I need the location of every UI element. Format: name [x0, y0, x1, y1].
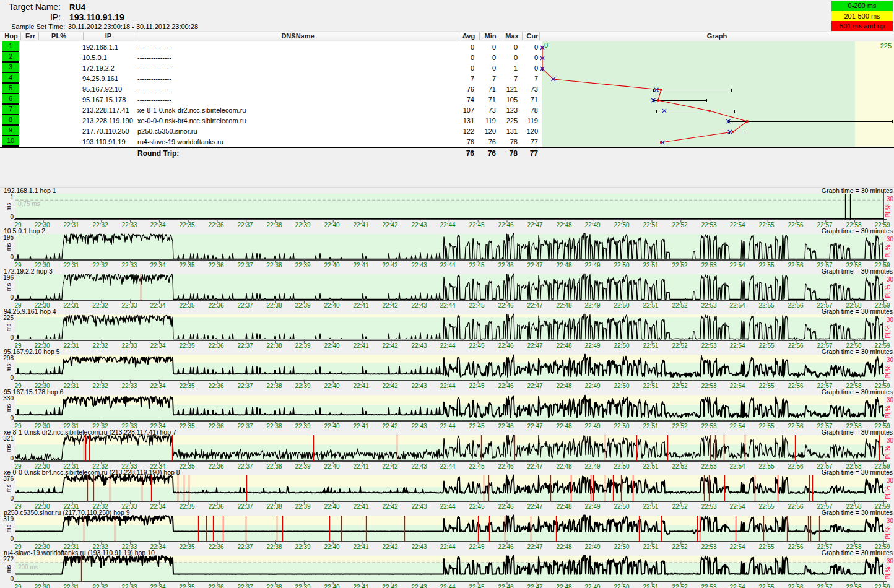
svg-text:PL%: PL%: [885, 446, 892, 459]
svg-text:22:42: 22:42: [382, 262, 397, 268]
svg-text:22:46: 22:46: [498, 543, 513, 550]
svg-text:22:42: 22:42: [382, 302, 397, 308]
svg-text:22:51: 22:51: [643, 302, 658, 308]
svg-text:22:44: 22:44: [440, 383, 455, 389]
svg-text:22:45: 22:45: [469, 503, 484, 509]
svg-text:192.168.1.1 hop 1: 192.168.1.1 hop 1: [4, 188, 56, 194]
svg-text:22:49: 22:49: [584, 302, 600, 308]
svg-text:95.167.15.178 hop 6: 95.167.15.178 hop 6: [4, 389, 64, 396]
svg-text:22:58: 22:58: [846, 463, 861, 469]
svg-text:22:36: 22:36: [208, 262, 224, 268]
svg-text:22:30: 22:30: [34, 222, 50, 228]
svg-text:22:49: 22:49: [584, 383, 600, 389]
svg-text:22:36: 22:36: [208, 383, 224, 389]
svg-text:22:30: 22:30: [34, 584, 50, 588]
svg-text:22:50: 22:50: [614, 222, 629, 228]
svg-text:22:51: 22:51: [643, 342, 658, 348]
svg-text:22:56: 22:56: [788, 383, 803, 389]
svg-text:30: 30: [887, 437, 894, 444]
svg-text:22:52: 22:52: [672, 383, 687, 389]
svg-text:22:50: 22:50: [614, 543, 629, 550]
svg-text:0: 0: [10, 576, 14, 582]
svg-text:22:42: 22:42: [382, 503, 397, 509]
svg-text:22:57: 22:57: [817, 383, 832, 389]
svg-text:ms: ms: [5, 323, 12, 331]
svg-text:22:57: 22:57: [817, 463, 832, 469]
svg-text:22:53: 22:53: [701, 543, 716, 550]
svg-text:22:51: 22:51: [643, 503, 658, 509]
svg-text:ms: ms: [5, 202, 12, 210]
svg-text:0: 0: [544, 41, 548, 49]
svg-text:22:33: 22:33: [121, 383, 137, 389]
svg-text:22:35: 22:35: [179, 383, 194, 389]
svg-text:0: 0: [10, 254, 14, 261]
svg-text:22:43: 22:43: [411, 302, 427, 308]
svg-text:22:51: 22:51: [643, 423, 658, 429]
svg-text:22:37: 22:37: [237, 503, 253, 509]
svg-text:22:41: 22:41: [353, 262, 368, 268]
svg-text:30: 30: [887, 397, 894, 404]
svg-text:Graph time = 30 minutes: Graph time = 30 minutes: [822, 348, 893, 355]
svg-text:22:37: 22:37: [237, 222, 253, 228]
svg-text:22:49: 22:49: [584, 503, 600, 509]
svg-text:22:57: 22:57: [817, 543, 832, 550]
svg-text:22:51: 22:51: [643, 262, 658, 268]
svg-text:22:44: 22:44: [440, 222, 455, 228]
svg-text:22:44: 22:44: [440, 543, 455, 550]
svg-text:22:57: 22:57: [817, 342, 832, 348]
svg-text:22:32: 22:32: [92, 584, 108, 588]
svg-text:22:43: 22:43: [411, 342, 427, 348]
svg-text:22:30: 22:30: [34, 423, 50, 429]
svg-text:225: 225: [880, 42, 892, 50]
svg-text:22:54: 22:54: [729, 503, 745, 509]
svg-text:22:54: 22:54: [729, 543, 745, 550]
svg-text:PL%: PL%: [885, 566, 892, 579]
svg-text:22:57: 22:57: [817, 423, 832, 429]
svg-text:22:31: 22:31: [63, 584, 79, 588]
svg-text:22:45: 22:45: [469, 584, 484, 588]
svg-text:22:48: 22:48: [556, 222, 571, 228]
svg-text:22:36: 22:36: [208, 463, 224, 469]
svg-text:22:30: 22:30: [34, 543, 50, 550]
svg-text:22:45: 22:45: [469, 342, 484, 348]
svg-text:22:46: 22:46: [498, 383, 513, 389]
svg-text:22:48: 22:48: [556, 503, 571, 509]
svg-text:22:37: 22:37: [237, 463, 253, 469]
svg-text:30: 30: [887, 558, 894, 564]
svg-text:22:58: 22:58: [846, 262, 861, 268]
svg-text:22:40: 22:40: [324, 342, 339, 348]
svg-text:22:39: 22:39: [295, 383, 310, 389]
svg-text:196: 196: [3, 274, 14, 281]
svg-text:30: 30: [887, 316, 894, 323]
svg-text:22:33: 22:33: [121, 302, 137, 308]
svg-text:272: 272: [3, 556, 14, 563]
svg-text:22:41: 22:41: [353, 342, 368, 348]
svg-text:22:38: 22:38: [266, 342, 282, 348]
svg-text:22:57: 22:57: [817, 503, 832, 509]
svg-text:22:53: 22:53: [701, 423, 716, 429]
svg-text:29: 29: [14, 543, 22, 550]
svg-text:22:47: 22:47: [527, 543, 542, 550]
svg-text:22:54: 22:54: [729, 584, 745, 588]
svg-text:22:34: 22:34: [150, 463, 165, 469]
svg-text:22:35: 22:35: [179, 302, 194, 308]
svg-text:ms: ms: [5, 524, 12, 532]
svg-text:22:31: 22:31: [63, 383, 79, 389]
svg-text:22:36: 22:36: [208, 222, 224, 228]
svg-text:22:34: 22:34: [150, 503, 165, 509]
svg-text:22:48: 22:48: [556, 584, 571, 588]
svg-text:22:59: 22:59: [874, 543, 890, 550]
svg-text:ms: ms: [5, 404, 12, 412]
svg-text:22:45: 22:45: [469, 543, 484, 550]
svg-text:22:33: 22:33: [121, 503, 137, 509]
svg-text:22:31: 22:31: [63, 302, 79, 308]
svg-text:22:35: 22:35: [179, 423, 194, 429]
svg-text:ms: ms: [5, 564, 12, 573]
svg-text:22:32: 22:32: [92, 302, 108, 308]
svg-text:22:55: 22:55: [758, 302, 774, 308]
svg-text:Graph time = 30 minutes: Graph time = 30 minutes: [822, 188, 893, 194]
svg-text:22:40: 22:40: [324, 543, 339, 550]
svg-text:22:44: 22:44: [440, 302, 455, 308]
svg-text:22:50: 22:50: [614, 503, 629, 509]
svg-text:22:42: 22:42: [382, 222, 397, 228]
